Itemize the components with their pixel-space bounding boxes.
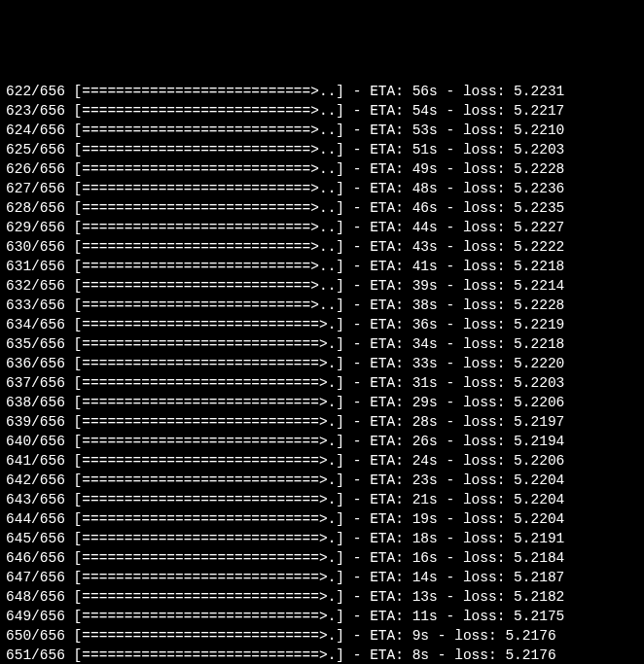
progress-line: 626/656 [===========================>..]… [6,159,638,179]
progress-line: 625/656 [===========================>..]… [6,140,638,159]
progress-line: 622/656 [===========================>..]… [6,82,638,101]
progress-line: 627/656 [===========================>..]… [6,179,638,198]
progress-line: 633/656 [===========================>..]… [6,296,638,315]
progress-line: 635/656 [============================>.]… [6,334,638,354]
progress-line: 634/656 [============================>.]… [6,315,638,334]
progress-line: 628/656 [===========================>..]… [6,198,638,218]
progress-line: 647/656 [============================>.]… [6,568,638,587]
progress-line: 646/656 [============================>.]… [6,548,638,568]
progress-line: 624/656 [===========================>..]… [6,121,638,140]
progress-line: 648/656 [============================>.]… [6,587,638,607]
progress-line: 649/656 [============================>.]… [6,607,638,626]
progress-line: 651/656 [============================>.]… [6,646,638,664]
progress-line: 632/656 [===========================>..]… [6,276,638,296]
progress-line: 630/656 [===========================>..]… [6,237,638,257]
progress-line: 643/656 [============================>.]… [6,490,638,509]
progress-line: 644/656 [============================>.]… [6,509,638,529]
progress-line: 623/656 [===========================>..]… [6,101,638,121]
progress-line: 637/656 [============================>.]… [6,373,638,393]
progress-line: 642/656 [============================>.]… [6,471,638,490]
terminal-output: 622/656 [===========================>..]… [6,82,638,664]
progress-line: 641/656 [============================>.]… [6,451,638,471]
progress-line: 650/656 [============================>.]… [6,626,638,646]
progress-line: 638/656 [============================>.]… [6,393,638,412]
progress-line: 640/656 [============================>.]… [6,432,638,451]
progress-line: 631/656 [===========================>..]… [6,257,638,276]
progress-line: 645/656 [============================>.]… [6,529,638,548]
progress-line: 636/656 [============================>.]… [6,354,638,373]
progress-line: 639/656 [============================>.]… [6,412,638,432]
progress-line: 629/656 [===========================>..]… [6,218,638,237]
